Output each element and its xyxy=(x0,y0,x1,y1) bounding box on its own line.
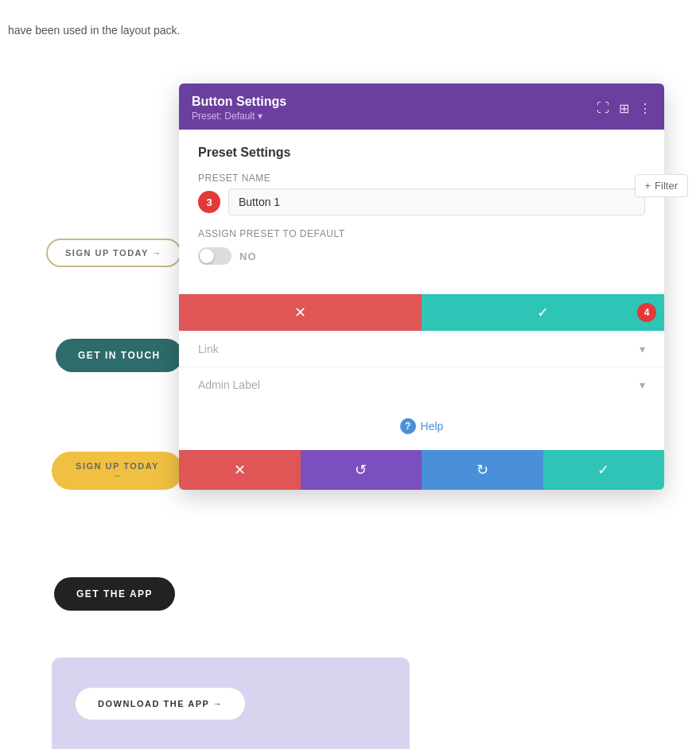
admin-label-section[interactable]: Admin Label ▾ xyxy=(179,367,664,402)
footer-cancel-button[interactable]: ✕ xyxy=(179,450,301,490)
more-icon[interactable]: ⋮ xyxy=(639,101,651,116)
help-area: ? Help xyxy=(179,402,664,450)
panel-header: Button Settings Preset: Default ▾ ⛶ ⊞ ⋮ xyxy=(179,83,664,130)
step-4-badge: 4 xyxy=(637,303,656,322)
preset-name-input[interactable] xyxy=(228,188,645,215)
step-3-badge: 3 xyxy=(198,191,220,213)
toggle-knob xyxy=(200,249,214,263)
background-text: have been used in the layout pack. xyxy=(0,24,188,37)
link-label: Link xyxy=(198,343,219,355)
panel-footer: ✕ ↺ ↻ ✓ xyxy=(179,450,664,490)
sign-up-outline-button[interactable]: SIGN UP TODAY → xyxy=(46,239,181,267)
sign-up-yellow-button[interactable]: SIGN UP TODAY → xyxy=(52,452,183,490)
help-label: Help xyxy=(421,420,444,433)
download-button[interactable]: DOWNLOAD THE APP → xyxy=(76,688,245,720)
admin-label-chevron-icon: ▾ xyxy=(640,378,645,391)
button-settings-panel: Button Settings Preset: Default ▾ ⛶ ⊞ ⋮ … xyxy=(179,83,664,490)
preset-action-bar: ✕ ✓ 4 xyxy=(179,294,664,331)
preset-cancel-button[interactable]: ✕ xyxy=(179,294,422,331)
link-section[interactable]: Link ▾ xyxy=(179,331,664,367)
link-chevron-icon: ▾ xyxy=(640,343,645,355)
assign-toggle[interactable] xyxy=(198,247,231,265)
footer-undo-button[interactable]: ↺ xyxy=(301,450,422,490)
toggle-row: NO xyxy=(198,247,645,265)
modal-container: Button Settings Preset: Default ▾ ⛶ ⊞ ⋮ … xyxy=(179,83,664,490)
filter-button[interactable]: + Filter xyxy=(635,174,688,197)
preset-name-label: Preset Name xyxy=(198,173,645,184)
assign-label: Assign Preset To Default xyxy=(198,228,645,239)
panel-subtitle[interactable]: Preset: Default ▾ xyxy=(192,111,286,122)
expand-icon[interactable]: ⛶ xyxy=(597,101,609,115)
filter-label: Filter xyxy=(655,180,678,192)
toggle-value-label: NO xyxy=(239,250,257,262)
help-link[interactable]: ? Help xyxy=(400,418,444,434)
help-icon: ? xyxy=(400,418,416,434)
split-icon[interactable]: ⊞ xyxy=(619,101,629,116)
footer-redo-button[interactable]: ↻ xyxy=(422,450,543,490)
filter-plus-icon: + xyxy=(645,180,651,192)
get-the-app-button[interactable]: GET THE APP xyxy=(54,577,175,611)
buttons-area: SIGN UP TODAY → GET IN TOUCH SIGN UP TOD… xyxy=(0,64,183,611)
preset-settings-title: Preset Settings xyxy=(198,146,645,160)
preset-confirm-button[interactable]: ✓ 4 xyxy=(422,294,664,331)
preset-name-row: 3 xyxy=(198,188,645,215)
panel-header-icons: ⛶ ⊞ ⋮ xyxy=(597,101,651,116)
panel-title: Button Settings xyxy=(192,95,286,109)
admin-label-text: Admin Label xyxy=(198,378,260,391)
panel-header-left: Button Settings Preset: Default ▾ xyxy=(192,95,286,122)
lavender-section: DOWNLOAD THE APP → xyxy=(52,658,410,749)
get-in-touch-button[interactable]: GET IN TOUCH xyxy=(56,339,183,372)
footer-save-button[interactable]: ✓ xyxy=(543,450,665,490)
preset-settings-box: Preset Settings Preset Name 3 Assign Pre… xyxy=(179,130,664,294)
